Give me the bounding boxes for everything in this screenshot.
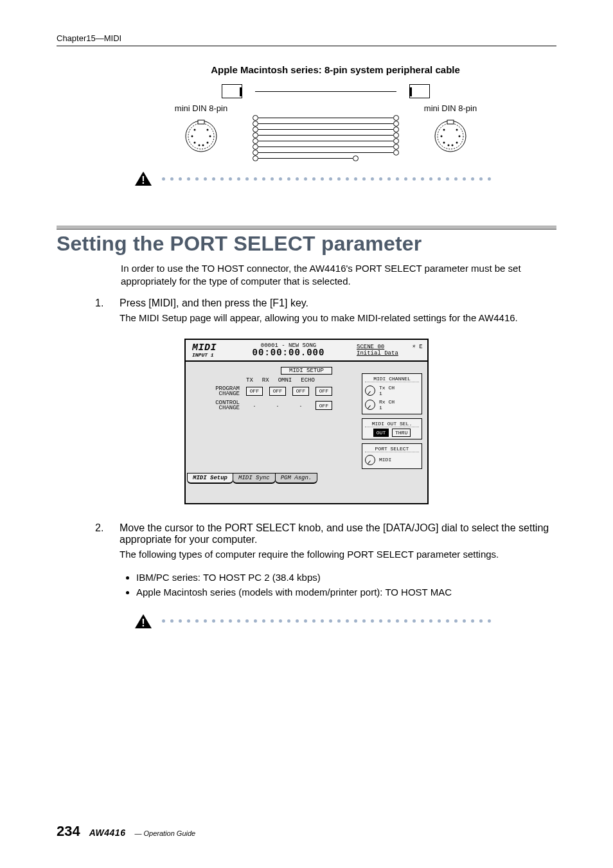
warning-note: ! xyxy=(134,613,556,630)
port-select-knob xyxy=(365,455,375,465)
wire xyxy=(258,129,393,130)
port-select-title: PORT SELECT xyxy=(365,446,419,452)
svg-point-6 xyxy=(209,136,211,137)
svg-point-10 xyxy=(202,145,204,146)
step-number: 2. xyxy=(95,522,111,609)
din-row: mini DIN 8-pin mini DIN 8-pin xyxy=(95,103,556,159)
warning-note: ! xyxy=(134,170,556,187)
time-counter: 00:00:00.000 xyxy=(220,348,357,358)
tab-midi-setup: MIDI Setup xyxy=(187,473,233,484)
wire xyxy=(258,123,393,124)
svg-point-7 xyxy=(194,142,196,144)
midi-out-sel-title: MIDI OUT SEL. xyxy=(365,421,419,427)
svg-point-8 xyxy=(207,142,209,144)
tab-midi-sync: MIDI Sync xyxy=(233,473,276,484)
svg-point-17 xyxy=(459,136,461,137)
din-right: mini DIN 8-pin xyxy=(409,103,492,154)
thru-button: THRU xyxy=(392,429,411,437)
screenshot-tabs: MIDI Setup MIDI Sync PGM Asgn. xyxy=(187,473,317,484)
svg-rect-13 xyxy=(447,120,454,124)
section-rule-grey xyxy=(57,226,556,228)
connector-box-left xyxy=(222,84,242,98)
section-title: Setting the PORT SELECT parameter xyxy=(57,232,556,256)
cell-dot: . xyxy=(269,402,286,409)
wire xyxy=(258,158,353,159)
step-title: Move the cursor to the PORT SELECT knob,… xyxy=(120,522,556,545)
svg-point-4 xyxy=(207,129,209,131)
out-button: OUT xyxy=(373,429,389,437)
midi-channel-box: MIDI CHANNEL Tx CH1 Rx CH1 xyxy=(362,373,422,414)
wire xyxy=(258,146,393,147)
guide-label: — Operation Guide xyxy=(134,829,195,837)
svg-point-0 xyxy=(186,121,217,152)
col-rx: RX xyxy=(262,377,269,384)
cable-top-line xyxy=(255,84,396,98)
din-8pin-icon xyxy=(431,118,470,154)
step-2: 2. Move the cursor to the PORT SELECT kn… xyxy=(95,522,556,609)
port-select-value: MIDI xyxy=(379,457,391,463)
midi-setup-table: TX RX OMNI ECHO PROGRAMCHANGE OFF OFF OF… xyxy=(192,377,332,414)
wire xyxy=(258,135,393,136)
page-number: 234 xyxy=(57,823,80,840)
cell: OFF xyxy=(246,387,263,396)
step-1: 1. Press [MIDI], and then press the [F1]… xyxy=(95,297,556,333)
step-title: Press [MIDI], and then press the [F1] ke… xyxy=(120,297,556,309)
svg-point-16 xyxy=(441,136,443,137)
scene-label: SCENE 00 xyxy=(357,344,384,350)
cell-dot: . xyxy=(246,402,263,409)
wire xyxy=(258,152,393,153)
cell: OFF xyxy=(315,401,332,410)
bullet-item: Apple Macintosh series (models with mode… xyxy=(136,585,556,599)
wire xyxy=(258,141,393,141)
warning-icon: ! xyxy=(134,170,153,187)
svg-rect-2 xyxy=(198,120,204,124)
din-label-left: mini DIN 8-pin xyxy=(175,103,227,113)
cable-diagram-title: Apple Macintosh series: 8-pin system per… xyxy=(114,64,556,75)
din-label-right: mini DIN 8-pin xyxy=(424,103,477,113)
svg-point-9 xyxy=(199,145,200,146)
midi-setup-label: MIDI SETUP xyxy=(281,367,332,375)
wire-bundle xyxy=(258,103,393,159)
step-number: 1. xyxy=(95,297,111,333)
scene-e: E xyxy=(419,344,422,350)
midi-out-sel-box: MIDI OUT SEL. OUT THRU xyxy=(362,418,422,439)
connector-box-right xyxy=(409,84,430,98)
page-footer: 234 AW4416 — Operation Guide xyxy=(57,823,195,840)
midi-channel-title: MIDI CHANNEL xyxy=(365,376,419,382)
product-name: AW4416 xyxy=(89,828,126,838)
header-rule xyxy=(57,46,556,46)
midi-setup-screenshot: MIDI INPUT 1 00001 - NEW SONG 00:00:00.0… xyxy=(184,339,429,504)
col-echo: ECHO xyxy=(301,377,315,384)
cell: OFF xyxy=(292,387,309,396)
row-control-change: CONTROLCHANGE xyxy=(192,400,240,411)
rx-ch-knob xyxy=(365,400,375,410)
svg-point-20 xyxy=(448,145,450,146)
col-tx: TX xyxy=(246,377,253,384)
svg-point-19 xyxy=(456,142,458,144)
svg-point-3 xyxy=(194,129,196,131)
initial-data: Initial Data xyxy=(357,350,425,357)
row-program-change: PROGRAMCHANGE xyxy=(192,386,240,396)
screenshot-header: MIDI INPUT 1 00001 - NEW SONG 00:00:00.0… xyxy=(186,340,427,362)
dotted-rule xyxy=(162,177,556,181)
cell: OFF xyxy=(315,387,332,396)
tx-ch-knob xyxy=(365,385,375,396)
din-8pin-icon xyxy=(182,118,220,154)
dotted-rule xyxy=(162,619,556,623)
svg-text:!: ! xyxy=(141,175,145,186)
cell: OFF xyxy=(269,387,286,396)
section-rule-thin xyxy=(57,229,556,229)
svg-point-21 xyxy=(452,145,454,146)
warning-icon: ! xyxy=(134,613,153,630)
step-description: The MIDI Setup page will appear, allowin… xyxy=(120,312,556,324)
svg-point-5 xyxy=(191,136,193,137)
svg-text:!: ! xyxy=(141,617,145,628)
bullet-item: IBM/PC series: TO HOST PC 2 (38.4 kbps) xyxy=(136,570,556,585)
din-left: mini DIN 8-pin xyxy=(159,103,243,154)
svg-point-15 xyxy=(456,129,458,131)
chapter-header: Chapter15—MIDI xyxy=(57,33,556,43)
step-bullets: IBM/PC series: TO HOST PC 2 (38.4 kbps) … xyxy=(131,570,556,600)
col-omni: OMNI xyxy=(278,377,292,384)
section-intro: In order to use the TO HOST connector, t… xyxy=(121,262,556,288)
section-rule-group xyxy=(57,226,556,229)
